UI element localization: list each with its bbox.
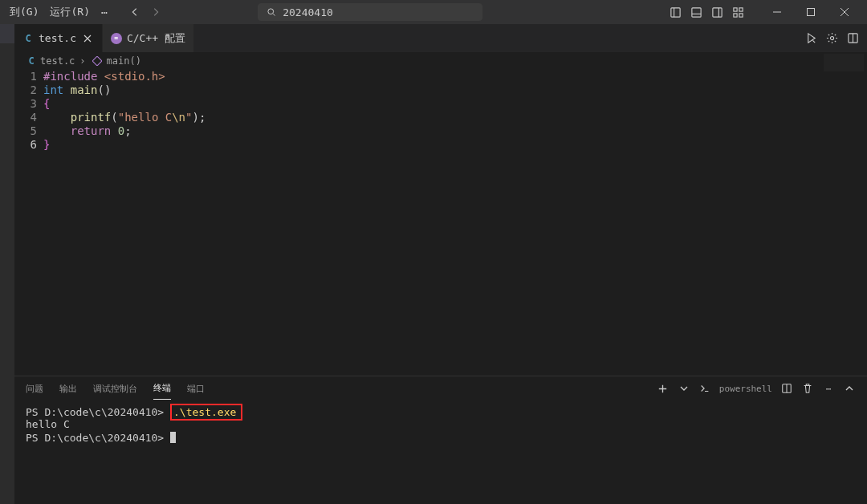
svg-point-0: [268, 9, 274, 14]
split-editor-icon[interactable]: [846, 32, 859, 45]
search-icon: [265, 6, 278, 18]
close-button[interactable]: [828, 0, 861, 24]
ccpp-icon: ≡: [111, 33, 122, 44]
tab-ccpp-config[interactable]: ≡ C/C++ 配置: [103, 24, 194, 52]
line-number: 5: [14, 124, 37, 138]
code-line: }: [43, 138, 867, 152]
breadcrumb-symbol: main(): [107, 55, 141, 67]
terminal-kind-label: powershell: [719, 384, 772, 394]
activity-item[interactable]: [0, 24, 14, 43]
title-bar: 到(G) 运行(R) ⋯ 20240410: [0, 0, 867, 24]
code-content: #include <stdio.h>int main(){ printf("he…: [43, 70, 867, 376]
toggle-primary-sidebar-icon[interactable]: [670, 6, 682, 18]
code-line: printf("hello C\n");: [43, 111, 867, 124]
bottom-panel: 问题输出调试控制台终端端口 powershell ⋯ PS D:\code\c\…: [14, 376, 867, 504]
svg-rect-4: [734, 7, 737, 10]
svg-rect-5: [739, 7, 743, 10]
forward-icon[interactable]: [149, 6, 162, 18]
terminal-line: PS D:\code\c\20240410>: [26, 431, 856, 445]
code-line: #include <stdio.h>: [43, 70, 867, 83]
line-number: 1: [14, 70, 37, 83]
line-number: 3: [14, 97, 37, 111]
svg-rect-8: [807, 9, 814, 16]
menu-run[interactable]: 运行(R): [47, 3, 92, 21]
back-icon[interactable]: [128, 6, 141, 18]
menu-go[interactable]: 到(G): [6, 3, 42, 21]
code-editor[interactable]: 123456 #include <stdio.h>int main(){ pri…: [14, 70, 867, 376]
panel-tab-4[interactable]: 端口: [187, 378, 205, 400]
editor-area: C test.c ≡ C/C++ 配置 C test.c › main(): [14, 24, 867, 504]
tab-label: C/C++ 配置: [127, 31, 185, 46]
close-icon[interactable]: [81, 32, 94, 45]
settings-icon[interactable]: [825, 32, 838, 45]
function-icon: [91, 55, 104, 67]
chevron-right-icon: ›: [79, 55, 85, 67]
minimap[interactable]: [824, 54, 864, 71]
terminal[interactable]: PS D:\code\c\20240410> .\test.exehello C…: [14, 400, 867, 504]
c-file-icon: C: [22, 33, 34, 44]
panel-actions: powershell ⋯: [657, 382, 856, 395]
title-left: 到(G) 运行(R) ⋯: [6, 3, 162, 21]
editor-actions: [796, 32, 867, 45]
code-line: return 0;: [43, 124, 867, 138]
svg-point-9: [830, 36, 833, 39]
activity-bar: [0, 24, 14, 504]
toggle-panel-icon[interactable]: [690, 6, 703, 18]
ellipsis-icon[interactable]: ⋯: [822, 382, 835, 395]
customize-layout-icon[interactable]: [732, 6, 745, 18]
powershell-icon: [698, 382, 711, 395]
svg-rect-7: [739, 13, 743, 16]
panel-tab-2[interactable]: 调试控制台: [93, 378, 137, 400]
c-file-icon: C: [26, 55, 37, 67]
line-number: 4: [14, 111, 37, 124]
panel-tab-1[interactable]: 输出: [59, 378, 77, 400]
split-terminal-icon[interactable]: [780, 382, 793, 395]
code-line: int main(): [43, 83, 867, 97]
window-controls: [761, 0, 861, 24]
toggle-secondary-sidebar-icon[interactable]: [711, 6, 724, 18]
terminal-line: hello C: [26, 417, 856, 431]
line-number: 6: [14, 138, 37, 152]
terminal-line: PS D:\code\c\20240410> .\test.exe: [26, 404, 856, 417]
breadcrumb-file: test.c: [40, 55, 75, 67]
tab-test-c[interactable]: C test.c: [14, 24, 103, 52]
maximize-button[interactable]: [795, 0, 827, 24]
panel-tab-3[interactable]: 终端: [153, 377, 171, 400]
svg-rect-3: [713, 7, 722, 16]
svg-rect-11: [92, 56, 102, 66]
run-icon[interactable]: [804, 32, 817, 45]
nav-arrows: [128, 6, 162, 18]
chevron-down-icon[interactable]: [678, 382, 690, 395]
svg-rect-6: [734, 13, 737, 16]
line-number: 2: [14, 83, 37, 97]
editor-tabs: C test.c ≡ C/C++ 配置: [14, 24, 867, 52]
svg-rect-1: [671, 7, 680, 16]
search-text: 20240410: [283, 6, 333, 18]
code-line: {: [43, 97, 867, 111]
minimize-button[interactable]: [761, 0, 793, 24]
menu-ellipsis[interactable]: ⋯: [98, 5, 111, 20]
breadcrumb[interactable]: C test.c › main(): [14, 52, 867, 70]
svg-rect-2: [692, 7, 701, 16]
trash-icon[interactable]: [801, 382, 814, 395]
line-gutter: 123456: [14, 70, 43, 376]
new-terminal-icon[interactable]: [657, 382, 670, 395]
layout-controls: [670, 6, 745, 18]
chevron-up-icon[interactable]: [843, 382, 856, 395]
workbench-layout: C test.c ≡ C/C++ 配置 C test.c › main(): [0, 24, 867, 504]
panel-tabs: 问题输出调试控制台终端端口 powershell ⋯: [14, 376, 867, 400]
tab-label: test.c: [39, 32, 76, 44]
command-palette[interactable]: 20240410: [258, 3, 482, 21]
panel-tab-0[interactable]: 问题: [26, 378, 43, 400]
